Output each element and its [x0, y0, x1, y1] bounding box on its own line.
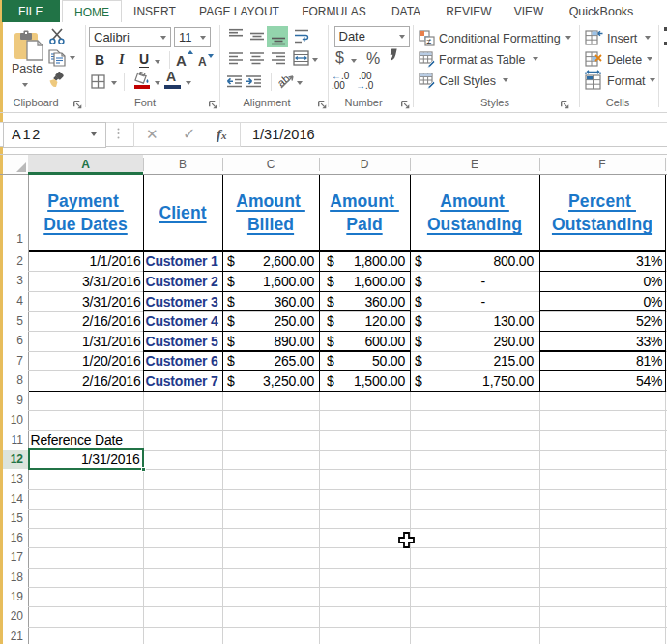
svg-text:ab: ab — [277, 73, 292, 89]
svg-text:≠: ≠ — [427, 37, 432, 46]
